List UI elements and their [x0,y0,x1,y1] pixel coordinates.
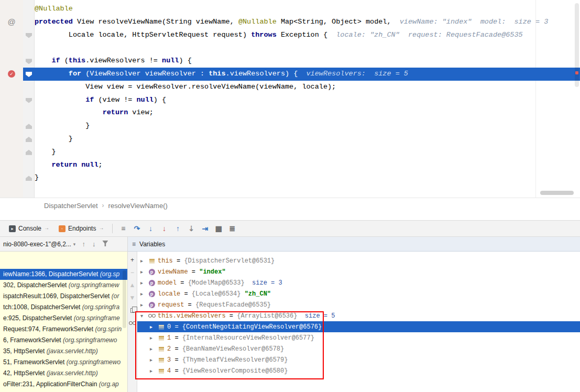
add-watch-icon[interactable]: + [129,256,136,264]
chevron-right-icon[interactable]: ▸ [140,280,148,286]
variable-row-2[interactable]: ▸2 = {BeanNameViewResolver@6578} [137,343,580,354]
variable-row-this[interactable]: ▸this = {DispatcherServlet@6531} [137,255,580,266]
frame-down-icon[interactable]: ↓ [92,240,96,248]
chevron-right-icon[interactable]: ▸ [150,335,157,341]
remove-watch-icon[interactable]: − [129,269,136,276]
frame-up-icon[interactable]: ↑ [82,240,85,248]
code-segment: ) { [179,57,191,64]
chevron-right-icon[interactable]: ▸ [140,258,148,264]
fold-marker-down-icon[interactable] [26,98,32,103]
array-item-icon [157,347,165,351]
variable-row-3[interactable]: ▸3 = {ThymeleafViewResolver@6579} [137,354,580,365]
chevron-right-icon[interactable]: ▸ [140,291,148,297]
frame-location: 302, DispatcherServlet [3,281,69,289]
inline-debug-hint: locale: "zh_CN" request: RequestFacade@6… [327,31,523,39]
equals-sign: = [173,257,184,265]
variable-value: {RequestFacade@6535} [195,301,271,309]
move-watch-down-icon[interactable]: ▼ [129,294,136,301]
drop-frame-icon[interactable]: ⇣ [184,224,198,233]
chevron-right-icon[interactable]: ▸ [150,368,157,374]
frame-location: ispatchResult:1069, DispatcherServlet [3,292,112,300]
variable-name: this.viewResolvers [158,312,226,320]
run-to-cursor-icon[interactable]: ⇥ [198,224,212,233]
frame-location: 51, FrameworkServlet [3,358,67,366]
restore-layout-icon[interactable]: ≡ [116,224,130,233]
fold-marker-up-icon[interactable] [26,137,32,142]
fold-marker-down-icon[interactable] [26,59,32,64]
frame-location: iewName:1366, DispatcherServlet [3,270,100,278]
show-watches-icon[interactable] [129,319,136,326]
breadcrumb-item-method[interactable]: resolveViewName() [108,202,168,210]
chevron-right-icon[interactable]: ▸ [150,346,157,352]
breadcrumb-item-class[interactable]: DispatcherServlet [44,202,98,210]
variable-value: {DispatcherServlet@6531} [184,257,275,265]
frame-package: (org.sprin [95,325,122,333]
editor-vertical-scrollbar[interactable] [574,0,580,198]
step-over-icon[interactable]: ↷ [130,224,144,233]
variable-name: 2 [167,345,171,353]
parameter-icon: p [148,291,156,297]
variable-name: model [158,279,177,287]
stack-frame-row[interactable]: 302, DispatcherServlet (org.springframew [0,280,127,291]
inline-debug-hint: viewResolvers: size = 5 [298,70,408,78]
tab-endpoints[interactable]: ◦Endpoints→ [54,221,108,236]
chevron-right-icon[interactable]: ▸ [150,357,157,363]
variable-row-0[interactable]: ▸0 = {ContentNegotiatingViewResolver@657… [137,321,580,332]
view-layout-grid-icon[interactable]: ▦ [212,224,225,233]
variable-row-4[interactable]: ▸4 = {ViewResolverComposite@6580} [137,365,580,376]
chevron-right-icon[interactable]: ▸ [140,302,148,308]
thread-dropdown[interactable]: nio-8080-exec-1"@6,2... ▾ [3,241,75,248]
chevron-down-icon[interactable]: ▾ [140,313,148,319]
duplicate-watch-icon[interactable] [129,307,136,314]
chevron-right-icon[interactable]: ▸ [140,269,148,275]
stack-frame-row[interactable]: iewName:1366, DispatcherServlet (org.sp [0,269,127,280]
debug-step-icons: ≡↷↓↓↑⇣⇥▦≣ [116,224,239,233]
jump-to-source-icon[interactable]: → [44,225,49,231]
variable-row-viewname[interactable]: ▸pviewName = "index" [137,266,580,277]
stack-frame-row[interactable]: 6, FrameworkServlet (org.springframewo [0,335,127,346]
stack-frame-row[interactable]: tch:1008, DispatcherServlet (org.springf… [0,302,127,313]
frame-location: e:925, DispatcherServlet [3,314,74,322]
equals-sign: = [177,279,188,287]
fold-marker-up-icon[interactable] [26,176,32,181]
tab-console[interactable]: ▸Console→ [4,221,54,236]
stack-frame-row[interactable]: 42, HttpServlet (javax.servlet.http) [0,368,127,379]
chevron-right-icon[interactable]: ▸ [150,324,157,330]
code-line-4 [35,41,580,55]
variable-value: "zh_CN" [245,290,271,298]
variable-value: {ContentNegotiatingViewResolver@6576} [182,323,322,331]
editor-horizontal-scrollbar[interactable] [540,191,574,195]
force-step-into-icon[interactable]: ↓ [157,224,171,233]
frames-scrollbar[interactable] [123,270,126,328]
stack-frame-row[interactable]: Request:974, FrameworkServlet (org.sprin [0,324,127,335]
variable-row-locale[interactable]: ▸plocale = {Locale@6534} "zh_CN" [137,288,580,299]
layout-settings-icon[interactable]: ≣ [225,224,239,233]
code-text[interactable]: @Nullableprotected View resolveViewName(… [35,3,580,184]
variables-menu-icon[interactable]: ≡ [132,241,136,248]
stack-frame-row[interactable]: ispatchResult:1069, DispatcherServlet (o… [0,291,127,302]
stack-frame-row[interactable]: e:925, DispatcherServlet (org.springfram… [0,313,127,324]
frame-package: (javax.servlet.http) [47,347,98,355]
code-segment: null [81,161,98,169]
variable-row-request[interactable]: ▸prequest = {RequestFacade@6535} [137,299,580,310]
variable-row-model[interactable]: ▸pmodel = {ModelMap@6533} size = 3 [137,277,580,288]
stack-frame-row[interactable]: 51, FrameworkServlet (org.springframewo [0,357,127,368]
variable-row-this-viewresolvers[interactable]: ▾this.viewResolvers = {ArrayList@6536} s… [137,310,580,321]
move-watch-up-icon[interactable]: ▲ [129,281,136,289]
variable-row-1[interactable]: ▸1 = {InternalResourceViewResolver@6577} [137,332,580,343]
fold-marker-up-icon[interactable] [26,124,32,129]
stack-frame-row[interactable]: oFilter:231, ApplicationFilterChain (org… [0,379,127,390]
fold-marker-up-icon[interactable] [26,150,32,155]
filter-frames-icon[interactable] [102,240,108,248]
scrollbar-thumb[interactable] [575,3,579,87]
step-out-icon[interactable]: ↑ [171,224,184,233]
fold-marker-down-icon[interactable] [26,72,32,77]
variable-name: request [158,301,184,309]
code-segment: return [103,108,128,116]
step-into-icon[interactable]: ↓ [144,224,157,233]
code-line-8: if (view != null) { [35,94,580,107]
stack-frame-row[interactable]: 35, HttpServlet (javax.servlet.http) [0,346,127,357]
fold-marker-down-icon[interactable] [26,33,32,38]
code-line-3: Locale locale, HttpServletRequest reques… [35,29,580,42]
jump-to-source-icon[interactable]: → [99,225,104,231]
